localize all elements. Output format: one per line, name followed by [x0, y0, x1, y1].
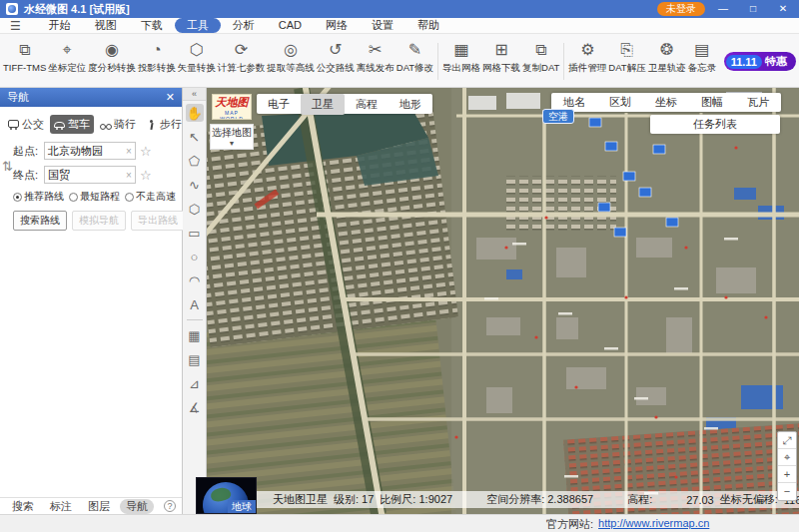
plugin-manager-button[interactable]: ⚙ 插件管理: [567, 36, 607, 87]
layer-elevation[interactable]: 高程: [345, 94, 389, 115]
tianditu-logo-en: MAP WORLD: [213, 110, 251, 120]
basemap-tabs: 电子卫星高程地形: [257, 94, 432, 114]
map-viewport[interactable]: 天地图 MAP WORLD 选择地图 ▼ 电子卫星高程地形 地名区划坐标图幅瓦片…: [207, 88, 799, 514]
text-tool[interactable]: A: [186, 295, 204, 313]
zoom-out-button[interactable]: −: [778, 483, 796, 500]
task-list-button[interactable]: 任务列表: [650, 115, 780, 134]
tab-layers[interactable]: 图层: [82, 499, 116, 514]
circle-tool[interactable]: ○: [186, 248, 204, 266]
tab-navigation[interactable]: 导航: [120, 499, 154, 514]
select-tool[interactable]: ↖: [186, 128, 204, 146]
login-status-badge[interactable]: 未登录: [657, 2, 705, 16]
title-bar: 水经微图 4.1 [试用版] 未登录 — □ ✕: [0, 0, 799, 18]
panel-bottom-tabs: 搜索标注图层导航 ?: [0, 497, 182, 514]
menu-item-help[interactable]: 帮助: [405, 18, 451, 33]
option-no-highway[interactable]: 不走高速: [125, 190, 176, 204]
simulate-nav-button[interactable]: 模拟导航: [72, 211, 126, 231]
mode-cycling[interactable]: 骑行: [96, 115, 140, 134]
menu-items: 开始视图下载工具分析CAD网络设置帮助: [37, 18, 451, 33]
promo-badge[interactable]: 11.11 特惠: [724, 52, 796, 71]
tab-annotate[interactable]: 标注: [44, 499, 78, 514]
maximize-button[interactable]: □: [741, 1, 765, 17]
swap-endpoints-icon[interactable]: ⇅: [2, 142, 13, 231]
option-shortest-route[interactable]: 最短路程: [69, 190, 120, 204]
polygon-tool[interactable]: ⬡: [186, 200, 204, 218]
export-grid-button[interactable]: ▦ 导出网格: [441, 36, 481, 87]
projection-convert-button[interactable]: ◔ 投影转换: [137, 36, 177, 87]
layer-terrain[interactable]: 地形: [389, 94, 432, 115]
menu-item-tools[interactable]: 工具: [175, 18, 221, 33]
slope-tool[interactable]: ∡: [186, 398, 204, 416]
toggle-districts[interactable]: 区划: [597, 95, 643, 110]
export-route-button[interactable]: 导出路线: [131, 211, 185, 231]
grid-select-tool[interactable]: ▦: [186, 326, 204, 344]
grid-download-button[interactable]: ⊞ 网格下载: [481, 36, 521, 87]
dat-edit-button[interactable]: ✎ DAT修改: [396, 36, 434, 87]
mode-walking[interactable]: 步行: [142, 115, 186, 134]
favorite-start-icon[interactable]: ☆: [140, 144, 152, 159]
option-recommended-route[interactable]: 推荐路线: [13, 190, 64, 204]
favorite-end-icon[interactable]: ☆: [140, 168, 152, 183]
close-button[interactable]: ✕: [771, 1, 795, 17]
clear-end-icon[interactable]: ×: [126, 170, 132, 181]
toolbar-separator[interactable]: [563, 43, 564, 80]
status-elevation: 27.03: [686, 494, 714, 506]
memo-button[interactable]: ▤ 备忘录: [687, 36, 718, 87]
menu-item-network[interactable]: 网络: [314, 18, 360, 33]
dms-convert-button[interactable]: ◉ 度分秒转换: [87, 36, 137, 87]
menu-item-view[interactable]: 视图: [83, 18, 129, 33]
toggle-coordinates[interactable]: 坐标: [643, 95, 689, 110]
toggle-placenames[interactable]: 地名: [551, 95, 597, 110]
offline-publish-button[interactable]: ✂ 离线发布: [356, 36, 396, 87]
menu-item-settings[interactable]: 设置: [360, 18, 405, 33]
layer-satellite[interactable]: 卫星: [301, 94, 345, 115]
menu-item-download[interactable]: 下载: [129, 18, 175, 33]
seven-params-button[interactable]: ⟳ 计算七参数: [217, 36, 267, 87]
globe-thumbnail[interactable]: 地球: [196, 477, 257, 514]
panel-close-icon[interactable]: ✕: [166, 91, 175, 104]
select-map-button[interactable]: 选择地图 ▼: [210, 124, 254, 150]
locate-button[interactable]: ⌖: [778, 449, 796, 466]
menu-item-analysis[interactable]: 分析: [221, 18, 267, 33]
end-input[interactable]: 国贸 ×: [44, 166, 136, 184]
pan-tool[interactable]: ✋: [186, 104, 204, 122]
polyline-tool[interactable]: ∿: [186, 176, 204, 194]
toolbar-icon: ⬡: [190, 37, 204, 62]
vector-convert-button[interactable]: ⬡ 矢量转换: [177, 36, 217, 87]
menu-item-cad[interactable]: CAD: [267, 18, 314, 33]
toggle-mapsheets[interactable]: 图幅: [689, 95, 735, 110]
mode-transit[interactable]: 公交: [4, 115, 48, 134]
start-input[interactable]: 北京动物园 ×: [44, 142, 136, 160]
navigation-panel: 导航 ✕ 公交 驾车 骑行: [0, 88, 183, 514]
tiff-tms-button[interactable]: ⧉ TIFF-TMS: [2, 36, 47, 87]
search-route-button[interactable]: 搜索路线: [13, 211, 67, 231]
hamburger-menu-icon[interactable]: ☰: [10, 19, 21, 33]
official-site-link[interactable]: http://www.rivermap.cn: [598, 517, 709, 532]
dat-unzip-button[interactable]: ⎘ DAT解压: [607, 36, 646, 87]
toggle-tiles[interactable]: 瓦片: [735, 95, 781, 110]
end-label: 终点:: [13, 168, 44, 183]
arc-tool[interactable]: ◠: [186, 271, 204, 289]
zoom-in-button[interactable]: +: [778, 466, 796, 483]
tab-search[interactable]: 搜索: [6, 499, 40, 514]
lasso-select-tool[interactable]: ⬠: [186, 152, 204, 170]
help-icon[interactable]: ?: [164, 500, 176, 512]
clear-start-icon[interactable]: ×: [126, 146, 132, 157]
minimize-button[interactable]: —: [711, 1, 735, 17]
extract-contours-button[interactable]: ◎ 提取等高线: [266, 36, 316, 87]
fullscreen-button[interactable]: ⤢: [778, 432, 796, 449]
coordinate-locate-button[interactable]: ⌖ 坐标定位: [47, 36, 87, 87]
toolbar-separator[interactable]: [437, 43, 438, 80]
layer-electronic[interactable]: 电子: [257, 94, 301, 115]
mode-driving[interactable]: 驾车: [50, 115, 94, 134]
rectangle-tool[interactable]: ▭: [186, 224, 204, 242]
menu-item-start[interactable]: 开始: [37, 18, 83, 33]
satellite-track-button[interactable]: ❂ 卫星轨迹: [647, 36, 687, 87]
copy-dat-button[interactable]: ⧉ 复制DAT: [521, 36, 560, 87]
mapsheet-tool[interactable]: ▤: [186, 350, 204, 368]
measure-tool[interactable]: ⊿: [186, 374, 204, 392]
collapse-panel-button[interactable]: «: [183, 88, 206, 101]
tool-separator[interactable]: [187, 319, 203, 320]
status-elevation-label: 高程:: [627, 492, 652, 507]
bus-routes-button[interactable]: ↺ 公交路线: [316, 36, 356, 87]
